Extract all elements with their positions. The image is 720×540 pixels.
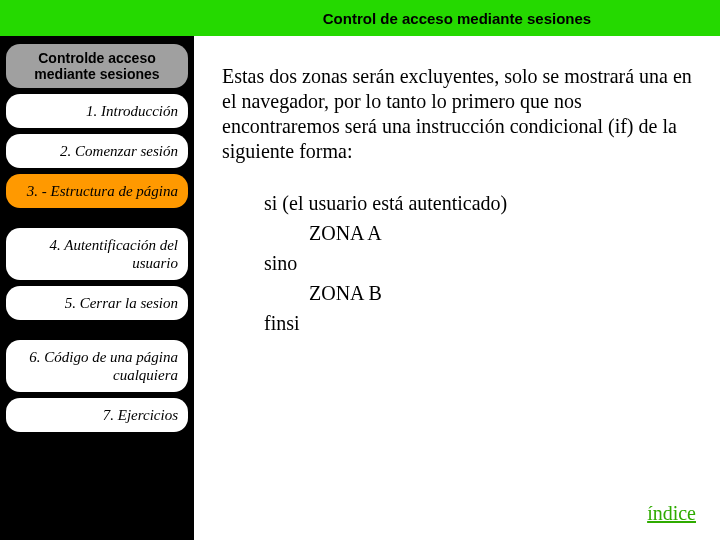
pseudo-line: si (el usuario está autenticado) (264, 192, 507, 214)
index-link[interactable]: índice (647, 501, 696, 526)
content-paragraph: Estas dos zonas serán excluyentes, solo … (222, 64, 692, 164)
nav-item-autentificacion[interactable]: 4. Autentificación del usuario (6, 228, 188, 280)
main-container: Controlde acceso mediante sesiones 1. In… (0, 36, 720, 540)
nav-gap (6, 326, 188, 334)
nav-label: 2. Comenzar sesión (60, 143, 178, 159)
pseudo-line: ZONA B (264, 282, 382, 304)
sidebar-title-line1: Controlde acceso (38, 50, 155, 66)
nav-item-codigo-pagina[interactable]: 6. Código de una página cualquiera (6, 340, 188, 392)
nav-label: 4. Autentificación del usuario (50, 237, 178, 271)
sidebar-title: Controlde acceso mediante sesiones (6, 44, 188, 88)
nav-gap (6, 214, 188, 222)
nav-item-introduccion[interactable]: 1. Introducción (6, 94, 188, 128)
nav-item-estructura-pagina[interactable]: 3. - Estructura de página (6, 174, 188, 208)
header-bar: Control de acceso mediante sesiones (0, 0, 720, 36)
content-area: Estas dos zonas serán excluyentes, solo … (194, 36, 720, 540)
pseudo-line: finsi (264, 312, 300, 334)
sidebar: Controlde acceso mediante sesiones 1. In… (0, 36, 194, 540)
nav-label: 5. Cerrar la sesion (65, 295, 178, 311)
nav-item-ejercicios[interactable]: 7. Ejercicios (6, 398, 188, 432)
nav-label: 6. Código de una página cualquiera (29, 349, 178, 383)
nav-item-cerrar-sesion[interactable]: 5. Cerrar la sesion (6, 286, 188, 320)
nav-label: 3. - Estructura de página (27, 183, 178, 199)
pseudocode-block: si (el usuario está autenticado) ZONA A … (264, 188, 692, 338)
page-title: Control de acceso mediante sesiones (194, 10, 720, 27)
pseudo-line: sino (264, 252, 297, 274)
nav-label: 1. Introducción (86, 103, 178, 119)
sidebar-title-line2: mediante sesiones (34, 66, 159, 82)
nav-label: 7. Ejercicios (103, 407, 178, 423)
nav-item-comenzar-sesion[interactable]: 2. Comenzar sesión (6, 134, 188, 168)
pseudo-line: ZONA A (264, 222, 382, 244)
